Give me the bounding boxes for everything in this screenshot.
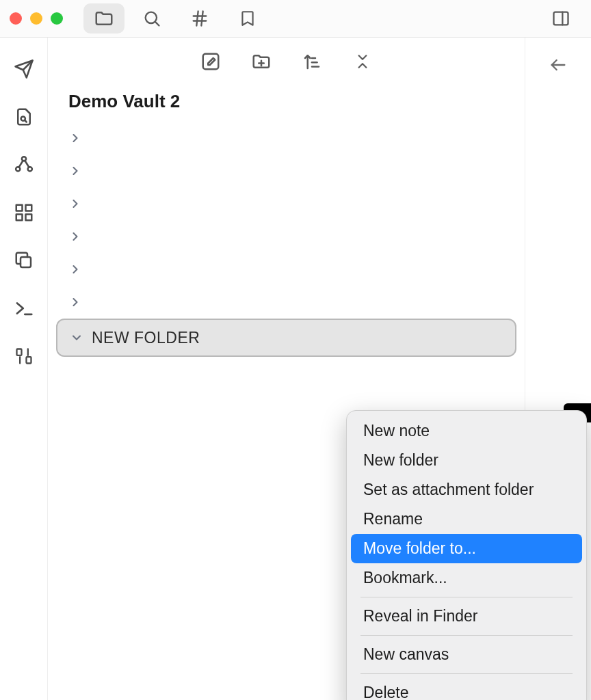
collapse-all-button[interactable]	[351, 50, 374, 73]
chevron-right-icon	[68, 230, 82, 243]
developer-button[interactable]	[10, 342, 38, 370]
svg-rect-17	[21, 257, 31, 267]
send-icon	[14, 59, 34, 79]
copy-icon	[14, 250, 34, 271]
svg-point-0	[146, 12, 157, 23]
tags-tab[interactable]	[179, 3, 220, 33]
cm-delete[interactable]: Delete	[351, 678, 582, 700]
chevron-right-icon	[68, 131, 82, 145]
minimize-window-button[interactable]	[30, 12, 42, 25]
folder-icon	[94, 8, 114, 29]
cm-new-canvas[interactable]: New canvas	[351, 640, 582, 669]
terminal-icon	[14, 298, 34, 319]
titlebar	[0, 0, 591, 38]
maximize-window-button[interactable]	[51, 12, 63, 25]
svg-rect-6	[554, 12, 568, 25]
graph-view-button[interactable]	[10, 151, 38, 178]
chevrons-collapse-icon	[354, 51, 371, 72]
vault-title: Demo Vault 2	[48, 85, 525, 122]
chevron-right-icon	[68, 262, 82, 276]
tree-folder[interactable]	[56, 253, 516, 286]
tree-folder[interactable]	[56, 286, 516, 319]
new-folder-button[interactable]	[250, 50, 273, 73]
templates-button[interactable]	[10, 247, 38, 274]
bookmarks-tab[interactable]	[227, 3, 268, 33]
search-icon	[142, 9, 161, 28]
svg-rect-19	[16, 349, 21, 355]
chevron-right-icon	[68, 164, 82, 178]
cm-separator	[360, 673, 573, 674]
svg-line-4	[196, 12, 198, 26]
file-search-icon	[14, 107, 34, 127]
tree-folder[interactable]	[56, 187, 516, 220]
tree-folder-label: NEW FOLDER	[92, 329, 200, 347]
panel-right-icon	[551, 9, 570, 28]
search-in-file-button[interactable]	[10, 103, 38, 131]
cm-bookmark[interactable]: Bookmark...	[351, 563, 582, 593]
quick-switcher-button[interactable]	[10, 55, 38, 83]
cm-set-attachment-folder[interactable]: Set as attachment folder	[351, 475, 582, 504]
folder-plus-icon	[251, 51, 272, 72]
files-tab[interactable]	[83, 3, 124, 33]
window-controls	[10, 12, 63, 25]
svg-line-5	[201, 12, 202, 26]
layout-icon	[14, 202, 34, 223]
cm-separator	[360, 597, 573, 597]
toggle-right-panel-button[interactable]	[540, 3, 581, 33]
canvas-button[interactable]	[10, 199, 38, 226]
cm-move-folder[interactable]: Move folder to...	[351, 534, 582, 563]
folder-context-menu: New note New folder Set as attachment fo…	[346, 410, 587, 700]
binary-icon	[14, 347, 34, 366]
chevron-right-icon	[68, 197, 82, 211]
arrow-left-icon	[549, 55, 568, 75]
close-window-button[interactable]	[10, 12, 22, 25]
chevron-down-icon	[70, 331, 83, 345]
file-tree: NEW FOLDER	[48, 122, 525, 357]
svg-line-1	[155, 22, 159, 25]
chevron-right-icon	[68, 295, 82, 309]
edit-square-icon	[200, 51, 221, 72]
tree-folder-selected[interactable]: NEW FOLDER	[56, 319, 516, 357]
search-tab[interactable]	[131, 3, 172, 33]
sort-button[interactable]	[300, 50, 324, 73]
command-palette-button[interactable]	[10, 295, 38, 322]
svg-rect-20	[26, 357, 31, 363]
tree-folder[interactable]	[56, 122, 516, 154]
left-ribbon	[0, 38, 48, 700]
tree-folder[interactable]	[56, 154, 516, 187]
svg-line-9	[25, 120, 27, 122]
new-note-button[interactable]	[199, 50, 222, 73]
cm-reveal-in-finder[interactable]: Reveal in Finder	[351, 602, 582, 631]
cm-new-folder[interactable]: New folder	[351, 446, 582, 475]
svg-rect-15	[16, 215, 22, 221]
svg-rect-14	[25, 205, 31, 211]
graph-icon	[14, 154, 34, 175]
hash-icon	[190, 9, 209, 28]
bookmark-icon	[239, 10, 257, 27]
tree-folder[interactable]	[56, 220, 516, 253]
svg-rect-13	[16, 205, 22, 211]
cm-rename[interactable]: Rename	[351, 504, 582, 534]
file-explorer-toolbar	[48, 38, 525, 85]
svg-rect-16	[25, 215, 31, 221]
cm-new-note[interactable]: New note	[351, 416, 582, 446]
sort-icon	[302, 51, 322, 72]
cm-separator	[360, 635, 573, 636]
